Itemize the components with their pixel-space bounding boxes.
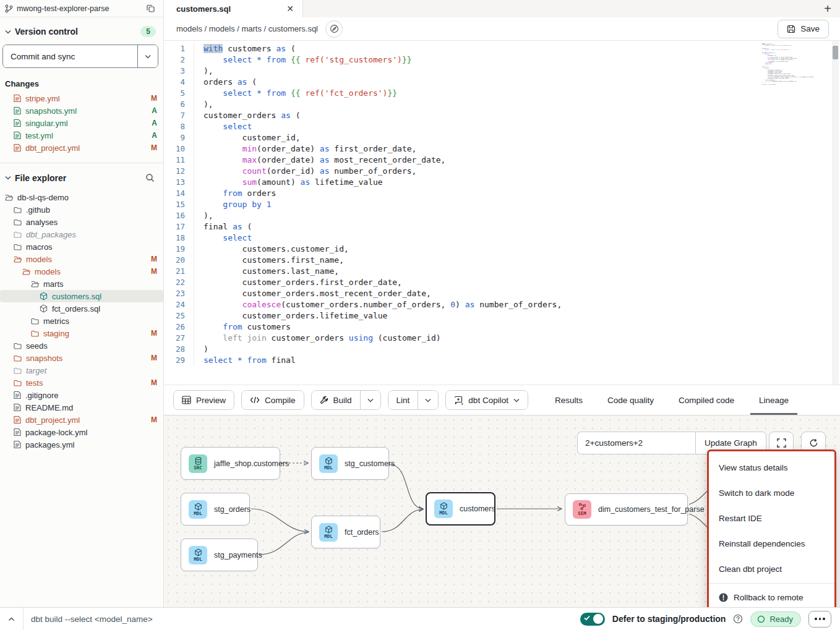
tree-item-analyses[interactable]: analyses [0, 216, 163, 228]
code-line[interactable]: 1with customers as ( [164, 43, 562, 54]
build-button[interactable]: Build [312, 391, 360, 409]
code-line[interactable]: 6), [164, 99, 562, 110]
changed-file-row[interactable]: dbt_project.yml M [0, 142, 163, 154]
code-line[interactable]: 3), [164, 66, 562, 77]
lineage-node-stg-customers[interactable]: MDL stg_customers [311, 447, 389, 480]
lineage-node-stg-orders[interactable]: MDL stg_orders [181, 493, 250, 526]
tree-item-readme-md[interactable]: README.md [0, 401, 163, 414]
lineage-panel[interactable]: SRC jaffle_shop.customersMDL stg_custome… [164, 415, 840, 607]
tree-item-metrics[interactable]: metrics [0, 315, 163, 327]
lineage-node-customers[interactable]: MDL customers [426, 492, 495, 526]
close-tab-icon[interactable]: ✕ [286, 4, 294, 13]
code-line[interactable]: 20 customers.first_name, [164, 255, 562, 266]
code-line[interactable]: 5 select * from {{ ref('fct_orders')}} [164, 88, 562, 99]
menu-item-rollback-to-remote[interactable]: Rollback to remote [709, 585, 834, 607]
tree-item--gitignore[interactable]: .gitignore [0, 389, 163, 401]
code-line[interactable]: 12 count(order_id) as number_of_orders, [164, 166, 562, 177]
commit-and-sync-button[interactable]: Commit and sync [3, 45, 138, 67]
menu-item-restart-ide[interactable]: Restart IDE [709, 506, 834, 531]
tree-item-dbt-project-yml[interactable]: dbt_project.ymlM [0, 414, 163, 426]
status-badge[interactable]: Ready [750, 611, 801, 627]
new-tab-button[interactable]: + [824, 0, 831, 17]
code-line[interactable]: 4orders as ( [164, 77, 562, 88]
editor-scrollbar[interactable] [832, 41, 839, 385]
save-button[interactable]: Save [778, 20, 829, 38]
search-icon[interactable] [144, 172, 156, 184]
tree-item-customers-sql[interactable]: customers.sql [0, 290, 163, 302]
commit-options-dropdown[interactable] [138, 45, 158, 67]
tree-item-db-sl-qs-demo[interactable]: db-sl-qs-demo [0, 191, 163, 203]
code-line[interactable]: 11 max(order_date) as most_recent_order_… [164, 155, 562, 166]
tree-item-models[interactable]: modelsM [0, 265, 163, 278]
tree-item-target[interactable]: target [0, 364, 163, 377]
help-icon[interactable] [733, 614, 743, 624]
code-line[interactable]: 23 customer_orders.most_recent_order_dat… [164, 288, 562, 299]
tab-code-quality[interactable]: Code quality [607, 385, 654, 415]
build-options-dropdown[interactable] [360, 391, 380, 409]
tree-item-macros[interactable]: macros [0, 241, 163, 253]
code-line[interactable]: 16), [164, 210, 562, 221]
code-line[interactable]: 26 from customers [164, 321, 562, 333]
version-control-header[interactable]: Version control 5 [0, 17, 163, 43]
tree-item-fct-orders-sql[interactable]: fct_orders.sql [0, 302, 163, 315]
code-line[interactable]: 7customer_orders as ( [164, 110, 562, 121]
expand-command-bar-button[interactable] [0, 608, 24, 630]
code-line[interactable]: 2 select * from {{ ref('stg_customers')}… [164, 54, 562, 66]
code-line[interactable]: 9 customer_id, [164, 132, 562, 143]
code-line[interactable]: 24 coalesce(customer_orders.number_of_or… [164, 299, 562, 310]
open-in-explorer-button[interactable] [325, 20, 343, 38]
code-line[interactable]: 13 sum(amount) as lifetime_value [164, 177, 562, 188]
tree-item--github[interactable]: .github [0, 203, 163, 216]
tab-results[interactable]: Results [555, 385, 583, 415]
menu-item-view-status-details[interactable]: View status details [709, 455, 834, 480]
file-explorer-header[interactable]: File explorer [0, 163, 163, 190]
code-line[interactable]: 17final as ( [164, 221, 562, 232]
tree-item-package-lock-yml[interactable]: package-lock.yml [0, 426, 163, 438]
tab-lineage[interactable]: Lineage [759, 385, 789, 415]
lineage-node-fct-orders[interactable]: MDL fct_orders [311, 516, 380, 548]
tree-item-seeds[interactable]: seeds [0, 339, 163, 352]
code-line[interactable]: 8 select [164, 121, 562, 132]
compile-button[interactable]: Compile [242, 391, 304, 409]
tree-item-snapshots[interactable]: snapshotsM [0, 352, 163, 364]
code-line[interactable]: 14 from orders [164, 188, 562, 199]
menu-item-switch-to-dark-mode[interactable]: Switch to dark mode [709, 480, 834, 506]
lineage-node-dim-customers-test-for-parse[interactable]: SEM dim_customers_test_for_parse [565, 493, 688, 526]
code-editor[interactable]: 1with customers as (2 select * from {{ r… [164, 41, 840, 385]
code-line[interactable]: 19 customers.customer_id, [164, 244, 562, 255]
changed-file-row[interactable]: singular.yml A [0, 117, 163, 129]
lint-button[interactable]: Lint [388, 391, 418, 409]
lint-options-dropdown[interactable] [418, 391, 438, 409]
code-line[interactable]: 15 group by 1 [164, 199, 562, 210]
tab-customers-sql[interactable]: customers.sql ✕ [164, 0, 303, 17]
code-line[interactable]: 29select * from final [164, 355, 562, 366]
code-line[interactable]: 18 select [164, 232, 562, 244]
lineage-node-stg-payments[interactable]: MDL stg_payments [181, 538, 258, 571]
code-line[interactable]: 21 customers.last_name, [164, 266, 562, 277]
changed-file-row[interactable]: test.yml A [0, 129, 163, 142]
code-line[interactable]: 28) [164, 344, 562, 355]
dbt-command-input[interactable] [24, 615, 370, 624]
lineage-node-jaffle-shop-customers[interactable]: SRC jaffle_shop.customers [181, 447, 280, 480]
code-line[interactable]: 25 customer_orders.lifetime_value [164, 310, 562, 321]
code-line[interactable]: 27 left join customer_orders using (cust… [164, 333, 562, 344]
changed-file-row[interactable]: stripe.yml M [0, 92, 163, 104]
tree-item-packages-yml[interactable]: packages.yml [0, 438, 163, 451]
tree-item-tests[interactable]: testsM [0, 377, 163, 389]
tree-item-dbt-packages[interactable]: dbt_packages [0, 228, 163, 241]
code-line[interactable]: 10 min(order_date) as first_order_date, [164, 143, 562, 155]
scrollbar-thumb[interactable] [833, 46, 838, 59]
menu-item-reinstall-dependencies[interactable]: Reinstall dependencies [709, 531, 834, 556]
defer-toggle[interactable] [580, 613, 605, 626]
changed-file-row[interactable]: snapshots.yml A [0, 104, 163, 117]
tree-item-models[interactable]: modelsM [0, 253, 163, 265]
tab-compiled-code[interactable]: Compiled code [679, 385, 734, 415]
tree-item-marts[interactable]: marts [0, 278, 163, 290]
menu-item-clean-dbt-project[interactable]: Clean dbt project [709, 556, 834, 582]
dbt-copilot-button[interactable]: dbt Copilot [446, 391, 528, 409]
code-line[interactable]: 22 customer_orders.first_order_date, [164, 277, 562, 288]
preview-button[interactable]: Preview [174, 391, 234, 409]
copy-branch-button[interactable] [145, 3, 156, 14]
lineage-selector-input[interactable] [577, 432, 695, 454]
tree-item-staging[interactable]: stagingM [0, 327, 163, 339]
